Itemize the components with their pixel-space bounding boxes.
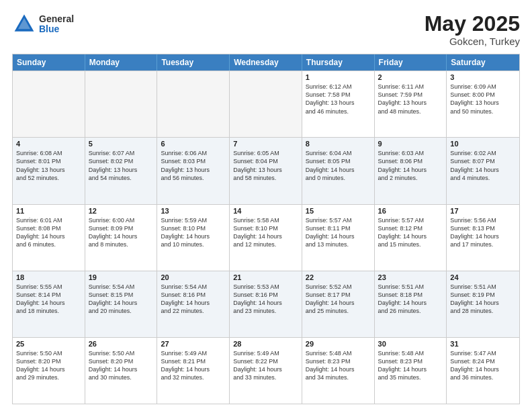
cal-cell-13: 13Sunrise: 5:59 AM Sunset: 8:10 PM Dayli… (157, 205, 230, 271)
cal-cell-7: 7Sunrise: 6:05 AM Sunset: 8:04 PM Daylig… (230, 138, 302, 203)
logo-icon (12, 12, 36, 36)
cell-info: Sunrise: 5:57 AM Sunset: 8:11 PM Dayligh… (306, 216, 371, 249)
day-number: 3 (450, 73, 516, 81)
cal-header-cell-sunday: Sunday (13, 54, 85, 71)
cal-cell-11: 11Sunrise: 6:01 AM Sunset: 8:08 PM Dayli… (13, 205, 85, 271)
day-number: 24 (450, 273, 516, 281)
title-block: May 2025 Gokcen, Turkey (425, 12, 520, 47)
cell-info: Sunrise: 6:07 AM Sunset: 8:02 PM Dayligh… (89, 149, 154, 182)
day-number: 11 (16, 207, 81, 215)
day-number: 6 (161, 140, 226, 148)
logo-general-label: General (39, 14, 74, 24)
day-number: 1 (306, 73, 371, 81)
day-number: 17 (450, 207, 516, 215)
cell-info: Sunrise: 5:56 AM Sunset: 8:13 PM Dayligh… (450, 216, 516, 249)
cell-info: Sunrise: 6:08 AM Sunset: 8:01 PM Dayligh… (16, 149, 81, 182)
cell-info: Sunrise: 5:48 AM Sunset: 8:23 PM Dayligh… (306, 349, 371, 382)
day-number: 27 (161, 340, 226, 348)
day-number: 5 (89, 140, 154, 148)
cal-cell-29: 29Sunrise: 5:48 AM Sunset: 8:23 PM Dayli… (302, 338, 375, 404)
cell-info: Sunrise: 6:06 AM Sunset: 8:03 PM Dayligh… (161, 149, 226, 182)
cell-info: Sunrise: 5:50 AM Sunset: 8:20 PM Dayligh… (16, 349, 81, 382)
cell-info: Sunrise: 5:55 AM Sunset: 8:14 PM Dayligh… (16, 283, 81, 316)
cal-cell-22: 22Sunrise: 5:52 AM Sunset: 8:17 PM Dayli… (302, 271, 375, 337)
logo-blue-label: Blue (39, 24, 74, 34)
cal-cell-30: 30Sunrise: 5:48 AM Sunset: 8:23 PM Dayli… (375, 338, 447, 404)
cal-cell-5: 5Sunrise: 6:07 AM Sunset: 8:02 PM Daylig… (85, 138, 158, 203)
calendar-body: 1Sunrise: 6:12 AM Sunset: 7:58 PM Daylig… (13, 71, 519, 404)
day-number: 21 (233, 273, 298, 281)
cal-header-cell-tuesday: Tuesday (157, 54, 230, 71)
page: General Blue May 2025 Gokcen, Turkey Sun… (0, 0, 532, 411)
cal-cell-21: 21Sunrise: 5:53 AM Sunset: 8:16 PM Dayli… (230, 271, 302, 337)
cal-week-1: 1Sunrise: 6:12 AM Sunset: 7:58 PM Daylig… (13, 71, 519, 137)
day-number: 30 (378, 340, 443, 348)
cal-cell-15: 15Sunrise: 5:57 AM Sunset: 8:11 PM Dayli… (302, 205, 375, 271)
cal-week-4: 18Sunrise: 5:55 AM Sunset: 8:14 PM Dayli… (13, 271, 519, 337)
cal-cell-23: 23Sunrise: 5:51 AM Sunset: 8:18 PM Dayli… (375, 271, 447, 337)
day-number: 14 (233, 207, 298, 215)
cal-cell-12: 12Sunrise: 6:00 AM Sunset: 8:09 PM Dayli… (85, 205, 158, 271)
day-number: 26 (89, 340, 154, 348)
cell-info: Sunrise: 5:51 AM Sunset: 8:18 PM Dayligh… (378, 283, 443, 316)
calendar: SundayMondayTuesdayWednesdayThursdayFrid… (12, 54, 520, 404)
cal-cell-empty-1 (85, 71, 158, 137)
cal-header-cell-wednesday: Wednesday (230, 54, 302, 71)
cal-header-cell-thursday: Thursday (302, 54, 375, 71)
day-number: 19 (89, 273, 154, 281)
cal-cell-31: 31Sunrise: 5:47 AM Sunset: 8:24 PM Dayli… (447, 338, 519, 404)
cal-header-cell-monday: Monday (85, 54, 158, 71)
cell-info: Sunrise: 5:49 AM Sunset: 8:21 PM Dayligh… (161, 349, 226, 382)
logo-text: General Blue (39, 14, 74, 35)
day-number: 28 (233, 340, 298, 348)
cal-week-5: 25Sunrise: 5:50 AM Sunset: 8:20 PM Dayli… (13, 337, 519, 404)
month-year: May 2025 (425, 12, 520, 36)
cell-info: Sunrise: 6:04 AM Sunset: 8:05 PM Dayligh… (306, 149, 371, 182)
day-number: 8 (306, 140, 371, 148)
day-number: 22 (306, 273, 371, 281)
cell-info: Sunrise: 6:11 AM Sunset: 7:59 PM Dayligh… (378, 83, 443, 116)
cal-cell-6: 6Sunrise: 6:06 AM Sunset: 8:03 PM Daylig… (157, 138, 230, 203)
cal-cell-empty-3 (230, 71, 302, 137)
cal-cell-3: 3Sunrise: 6:09 AM Sunset: 8:00 PM Daylig… (447, 71, 519, 137)
logo: General Blue (12, 12, 74, 36)
cal-cell-8: 8Sunrise: 6:04 AM Sunset: 8:05 PM Daylig… (302, 138, 375, 203)
cell-info: Sunrise: 5:48 AM Sunset: 8:23 PM Dayligh… (378, 349, 443, 382)
cell-info: Sunrise: 5:58 AM Sunset: 8:10 PM Dayligh… (233, 216, 298, 249)
day-number: 29 (306, 340, 371, 348)
cal-cell-18: 18Sunrise: 5:55 AM Sunset: 8:14 PM Dayli… (13, 271, 85, 337)
day-number: 31 (450, 340, 516, 348)
day-number: 10 (450, 140, 516, 148)
day-number: 18 (16, 273, 81, 281)
day-number: 23 (378, 273, 443, 281)
cal-cell-27: 27Sunrise: 5:49 AM Sunset: 8:21 PM Dayli… (157, 338, 230, 404)
cal-cell-4: 4Sunrise: 6:08 AM Sunset: 8:01 PM Daylig… (13, 138, 85, 203)
cal-cell-19: 19Sunrise: 5:54 AM Sunset: 8:15 PM Dayli… (85, 271, 158, 337)
cell-info: Sunrise: 6:09 AM Sunset: 8:00 PM Dayligh… (450, 83, 516, 116)
cell-info: Sunrise: 6:12 AM Sunset: 7:58 PM Dayligh… (306, 83, 371, 116)
cal-header-cell-friday: Friday (375, 54, 447, 71)
day-number: 20 (161, 273, 226, 281)
cell-info: Sunrise: 5:54 AM Sunset: 8:16 PM Dayligh… (161, 283, 226, 316)
calendar-header: SundayMondayTuesdayWednesdayThursdayFrid… (13, 54, 519, 71)
cal-cell-24: 24Sunrise: 5:51 AM Sunset: 8:19 PM Dayli… (447, 271, 519, 337)
cal-cell-20: 20Sunrise: 5:54 AM Sunset: 8:16 PM Dayli… (157, 271, 230, 337)
cell-info: Sunrise: 5:53 AM Sunset: 8:16 PM Dayligh… (233, 283, 298, 316)
day-number: 16 (378, 207, 443, 215)
cal-header-cell-saturday: Saturday (447, 54, 519, 71)
cell-info: Sunrise: 5:57 AM Sunset: 8:12 PM Dayligh… (378, 216, 443, 249)
header: General Blue May 2025 Gokcen, Turkey (12, 12, 520, 47)
cell-info: Sunrise: 5:50 AM Sunset: 8:20 PM Dayligh… (89, 349, 154, 382)
cell-info: Sunrise: 5:54 AM Sunset: 8:15 PM Dayligh… (89, 283, 154, 316)
cell-info: Sunrise: 5:59 AM Sunset: 8:10 PM Dayligh… (161, 216, 226, 249)
cal-cell-empty-2 (157, 71, 230, 137)
cal-cell-9: 9Sunrise: 6:03 AM Sunset: 8:06 PM Daylig… (375, 138, 447, 203)
cell-info: Sunrise: 5:49 AM Sunset: 8:22 PM Dayligh… (233, 349, 298, 382)
cal-cell-empty-0 (13, 71, 85, 137)
day-number: 15 (306, 207, 371, 215)
cal-cell-17: 17Sunrise: 5:56 AM Sunset: 8:13 PM Dayli… (447, 205, 519, 271)
day-number: 2 (378, 73, 443, 81)
day-number: 13 (161, 207, 226, 215)
cal-cell-16: 16Sunrise: 5:57 AM Sunset: 8:12 PM Dayli… (375, 205, 447, 271)
location: Gokcen, Turkey (425, 36, 520, 47)
